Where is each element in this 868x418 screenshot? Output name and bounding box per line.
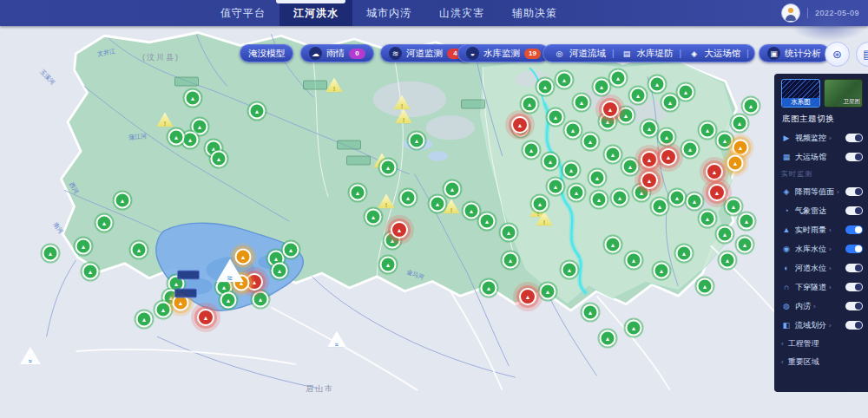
basemap-thumb-water-system[interactable]: 水系图: [781, 79, 820, 108]
sidebar-item-project-management[interactable]: ‹工程管理: [781, 335, 863, 353]
station-marker-normal[interactable]: ▲: [365, 209, 382, 225]
station-marker-alarm[interactable]: ▲: [708, 184, 726, 201]
sidebar-item-basin-division[interactable]: ◧流域划分›: [781, 316, 863, 335]
station-marker-normal[interactable]: ▲: [168, 129, 185, 146]
pill-reservoir-monitor[interactable]: ◒水库监测19: [457, 44, 549, 62]
sidebar-item-underpass-tunnel[interactable]: ∩下穿隧道›: [781, 278, 863, 297]
station-marker-normal[interactable]: ▲: [548, 179, 564, 195]
station-marker-alarm[interactable]: ▲: [660, 148, 677, 166]
station-marker-normal[interactable]: ▲: [569, 185, 585, 201]
station-marker-normal[interactable]: ▲: [253, 291, 269, 308]
station-marker-normal[interactable]: ▲: [43, 245, 59, 262]
station-marker-normal[interactable]: ▲: [669, 190, 686, 206]
station-marker-normal[interactable]: ▲: [96, 215, 113, 232]
station-marker-normal[interactable]: ▲: [249, 103, 266, 120]
station-marker-alarm[interactable]: ▲: [511, 116, 529, 134]
station-marker-normal[interactable]: ▲: [612, 190, 628, 206]
basemap-thumb-satellite[interactable]: 卫星图: [824, 79, 863, 108]
sidebar-item-waterlogging[interactable]: ◍内涝›: [781, 297, 863, 316]
station-marker-normal[interactable]: ▲: [523, 142, 540, 159]
station-marker-normal[interactable]: ▲: [654, 263, 670, 279]
station-marker-normal[interactable]: ▲: [589, 170, 606, 186]
statistics-analysis-button[interactable]: ▣ 统计分析: [759, 44, 830, 62]
sidebar-item-weather-radar[interactable]: ◔气象雷达: [781, 201, 863, 220]
station-marker-normal[interactable]: ▲: [380, 160, 397, 176]
toggle-rain-isoline[interactable]: [845, 187, 863, 196]
station-marker-normal[interactable]: ▲: [739, 213, 755, 230]
flood-triangle-marker[interactable]: ≈: [20, 347, 41, 364]
station-marker-normal[interactable]: ▲: [652, 199, 668, 215]
station-marker-alarm[interactable]: ▲: [602, 101, 619, 118]
station-marker-normal[interactable]: ▲: [537, 79, 554, 95]
station-marker-normal[interactable]: ▲: [76, 238, 92, 255]
station-marker-normal[interactable]: ▲: [700, 211, 716, 227]
station-marker-normal[interactable]: ▲: [622, 159, 639, 175]
toggle-basin-division[interactable]: [845, 321, 863, 330]
sidebar-item-realtime-rainfall[interactable]: ▲实时雨量›: [781, 220, 863, 239]
sidebar-item-river-level[interactable]: ◐河道水位›: [781, 258, 863, 278]
toggle-underpass-tunnel[interactable]: [845, 283, 863, 291]
station-marker-warning[interactable]: ▲: [727, 155, 744, 172]
station-marker-normal[interactable]: ▲: [687, 193, 703, 210]
segment-river-basin[interactable]: ◎河道流域: [547, 47, 612, 60]
station-marker-normal[interactable]: ▲: [556, 72, 573, 88]
sidebar-item-video-monitor[interactable]: ▶视频监控›: [781, 128, 863, 147]
station-marker-normal[interactable]: ▲: [726, 199, 742, 215]
station-marker-normal[interactable]: ▲: [605, 147, 621, 163]
station-marker-normal[interactable]: ▲: [503, 252, 519, 269]
station-marker-normal[interactable]: ▲: [582, 304, 599, 321]
station-marker-normal[interactable]: ▲: [548, 109, 564, 126]
station-marker-normal[interactable]: ▲: [82, 264, 99, 280]
nav-tab-decision-support[interactable]: 辅助决策: [498, 0, 571, 26]
station-marker-normal[interactable]: ▲: [211, 151, 227, 167]
sidebar-item-universiade-venues[interactable]: ▦大运场馆: [781, 147, 863, 167]
station-marker-normal[interactable]: ▲: [562, 262, 578, 278]
station-marker-normal[interactable]: ▲: [542, 153, 559, 170]
station-marker-normal[interactable]: ▲: [676, 245, 693, 262]
station-marker-normal[interactable]: ▲: [626, 320, 642, 336]
station-marker-normal[interactable]: ▲: [444, 181, 461, 198]
station-marker-normal[interactable]: ▲: [697, 278, 713, 295]
station-marker-normal[interactable]: ▲: [600, 330, 616, 347]
station-marker-normal[interactable]: ▲: [481, 280, 497, 297]
nav-tab-river-flood[interactable]: 江河洪水: [279, 0, 352, 26]
segment-universiade-venues[interactable]: ◈大运场馆: [681, 47, 746, 60]
station-marker-normal[interactable]: ▲: [662, 95, 679, 111]
station-marker-normal[interactable]: ▲: [743, 98, 760, 114]
nav-tab-duty-platform[interactable]: 值守平台: [207, 0, 279, 26]
inundation-model-button[interactable]: 淹没模型: [240, 44, 293, 62]
station-marker-alarm[interactable]: ▲: [641, 151, 658, 168]
station-marker-alarm[interactable]: ▲: [519, 288, 536, 305]
station-marker-normal[interactable]: ▲: [409, 133, 425, 149]
toggle-video-monitor[interactable]: [845, 134, 863, 142]
station-marker-normal[interactable]: ▲: [563, 162, 580, 179]
warning-triangle-marker[interactable]: !: [395, 109, 412, 124]
station-marker-normal[interactable]: ▲: [591, 192, 608, 208]
flood-triangle-marker[interactable]: ≈: [327, 331, 346, 348]
station-marker-alarm[interactable]: ▲: [641, 172, 658, 189]
station-marker-normal[interactable]: ▲: [605, 237, 621, 253]
station-marker-normal[interactable]: ▲: [678, 84, 694, 101]
station-marker-normal[interactable]: ▲: [479, 213, 496, 230]
station-marker-normal[interactable]: ▲: [350, 185, 366, 201]
station-marker-normal[interactable]: ▲: [400, 190, 417, 206]
station-marker-normal[interactable]: ▲: [700, 122, 716, 139]
station-marker-normal[interactable]: ▲: [464, 203, 480, 219]
layer-settings-button[interactable]: ⊛: [825, 42, 850, 67]
station-marker-warning[interactable]: ▲: [733, 140, 749, 156]
toggle-river-level[interactable]: [845, 264, 863, 272]
warning-triangle-marker[interactable]: !: [326, 78, 343, 93]
station-marker-warning[interactable]: ▲: [235, 249, 252, 265]
station-marker-normal[interactable]: ▲: [501, 225, 517, 241]
station-marker-normal[interactable]: ▲: [532, 196, 549, 212]
station-marker-normal[interactable]: ▲: [720, 252, 736, 269]
segment-reservoir-levee[interactable]: ▤水库堤防: [615, 47, 680, 60]
station-marker-alarm[interactable]: ▲: [391, 221, 408, 238]
edge-tool-button[interactable]: ▤: [856, 42, 868, 67]
station-marker-normal[interactable]: ▲: [594, 79, 610, 95]
station-marker-normal[interactable]: ▲: [659, 129, 675, 146]
station-marker-normal[interactable]: ▲: [131, 242, 148, 258]
toggle-reservoir-level[interactable]: [845, 245, 863, 253]
station-marker-normal[interactable]: ▲: [630, 88, 647, 104]
toggle-universiade-venues[interactable]: [845, 153, 863, 161]
